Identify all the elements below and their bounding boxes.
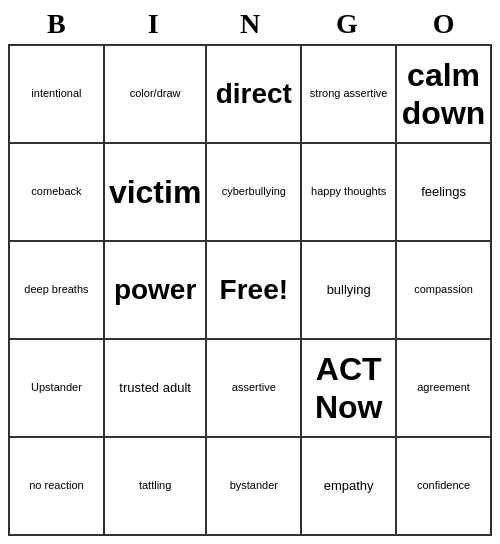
cell-text: Free! bbox=[220, 273, 288, 307]
bingo-header: BINGO bbox=[8, 8, 492, 40]
cell-r2-c3: bullying bbox=[302, 242, 397, 340]
cell-text: confidence bbox=[417, 479, 470, 492]
cell-text: tattling bbox=[139, 479, 171, 492]
cell-r0-c2: direct bbox=[207, 46, 302, 144]
cell-text: no reaction bbox=[29, 479, 83, 492]
bingo-grid: intentionalcolor/drawdirectstrong assert… bbox=[8, 44, 492, 536]
cell-text: agreement bbox=[417, 381, 470, 394]
cell-text: comeback bbox=[31, 185, 81, 198]
cell-r3-c3: ACT Now bbox=[302, 340, 397, 438]
header-letter: N bbox=[202, 8, 299, 40]
cell-text: color/draw bbox=[130, 87, 181, 100]
cell-text: strong assertive bbox=[310, 87, 388, 100]
cell-text: bullying bbox=[327, 282, 371, 298]
cell-text: bystander bbox=[230, 479, 278, 492]
cell-r1-c0: comeback bbox=[10, 144, 105, 242]
cell-r2-c0: deep breaths bbox=[10, 242, 105, 340]
cell-r1-c3: happy thoughts bbox=[302, 144, 397, 242]
cell-text: power bbox=[114, 273, 196, 307]
cell-text: cyberbullying bbox=[222, 185, 286, 198]
cell-text: compassion bbox=[414, 283, 473, 296]
header-letter: B bbox=[8, 8, 105, 40]
cell-text: empathy bbox=[324, 478, 374, 494]
cell-text: happy thoughts bbox=[311, 185, 386, 198]
cell-r3-c2: assertive bbox=[207, 340, 302, 438]
header-letter: G bbox=[298, 8, 395, 40]
cell-r2-c2: Free! bbox=[207, 242, 302, 340]
cell-r4-c0: no reaction bbox=[10, 438, 105, 536]
cell-r0-c1: color/draw bbox=[105, 46, 207, 144]
cell-text: deep breaths bbox=[24, 283, 88, 296]
cell-r1-c2: cyberbullying bbox=[207, 144, 302, 242]
cell-text: intentional bbox=[31, 87, 81, 100]
cell-r0-c0: intentional bbox=[10, 46, 105, 144]
cell-r1-c4: feelings bbox=[397, 144, 492, 242]
cell-text: assertive bbox=[232, 381, 276, 394]
cell-r0-c4: calm down bbox=[397, 46, 492, 144]
cell-r3-c1: trusted adult bbox=[105, 340, 207, 438]
cell-text: direct bbox=[216, 77, 292, 111]
cell-text: trusted adult bbox=[119, 380, 191, 396]
cell-r4-c3: empathy bbox=[302, 438, 397, 536]
cell-text: ACT Now bbox=[306, 350, 391, 427]
header-letter: I bbox=[105, 8, 202, 40]
cell-r2-c4: compassion bbox=[397, 242, 492, 340]
cell-r3-c0: Upstander bbox=[10, 340, 105, 438]
cell-text: calm down bbox=[401, 56, 486, 133]
cell-r4-c2: bystander bbox=[207, 438, 302, 536]
cell-r1-c1: victim bbox=[105, 144, 207, 242]
cell-text: feelings bbox=[421, 184, 466, 200]
cell-text: victim bbox=[109, 173, 201, 211]
header-letter: O bbox=[395, 8, 492, 40]
cell-text: Upstander bbox=[31, 381, 82, 394]
cell-r4-c4: confidence bbox=[397, 438, 492, 536]
cell-r2-c1: power bbox=[105, 242, 207, 340]
cell-r0-c3: strong assertive bbox=[302, 46, 397, 144]
cell-r4-c1: tattling bbox=[105, 438, 207, 536]
cell-r3-c4: agreement bbox=[397, 340, 492, 438]
